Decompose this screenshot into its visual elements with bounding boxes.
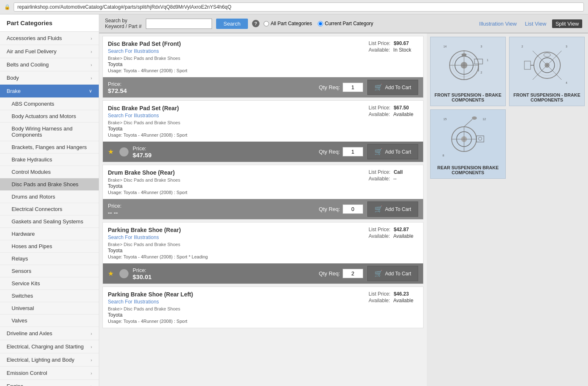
- price-label: Price:: [133, 267, 315, 273]
- svg-text:2: 2: [481, 71, 482, 74]
- part-illustrations-link[interactable]: Search For Illustrations: [108, 113, 159, 118]
- cart-icon: 🛒: [374, 148, 383, 156]
- add-to-cart-button[interactable]: 🛒 Add To Cart: [367, 80, 418, 95]
- part-brand: Toyota: [108, 62, 364, 67]
- sidebar-sub-electrical-conn[interactable]: Electrical Connectors: [0, 203, 99, 215]
- qty-input[interactable]: [343, 147, 363, 156]
- sidebar-sub-body-actuators[interactable]: Body Actuators and Motors: [0, 110, 99, 123]
- search-input[interactable]: [146, 19, 212, 29]
- part-card-bottom: ★ Price: $30.01 Qty Req: 🛒 Add To Ca: [103, 263, 423, 284]
- illustration-image: 15 12 8: [439, 113, 497, 163]
- part-breadcrumb: Brake> Disc Pads and Brake Shoes: [108, 306, 364, 311]
- search-label-2: Keyword / Part #: [105, 24, 142, 29]
- sidebar-item-electrical-charging[interactable]: Electrical, Charging and Starting ›: [0, 340, 99, 353]
- sidebar-item-emission[interactable]: Emission Control ›: [0, 367, 99, 380]
- list-price-label: List Price:: [369, 291, 390, 297]
- part-card: Disc Brake Pad Set (Front) Search For Il…: [102, 36, 424, 98]
- sidebar-item-accessories[interactable]: Accessories and Fluids ›: [0, 32, 99, 45]
- sidebar-sub-disc-pads[interactable]: Disc Pads and Brake Shoes: [0, 178, 99, 191]
- add-to-cart-button[interactable]: 🛒 Add To Cart: [367, 201, 418, 217]
- add-to-cart-button[interactable]: 🛒 Add To Cart: [367, 266, 418, 281]
- illustration-card[interactable]: 15 12 8 REAR SUSPENSION BRAKE COMPONENTS: [430, 109, 506, 179]
- split-view-button[interactable]: Split View: [552, 19, 582, 28]
- sidebar-sub-sensors[interactable]: Sensors: [0, 265, 99, 277]
- list-price-value: $42.87: [394, 227, 409, 232]
- chevron-icon: ›: [90, 36, 92, 41]
- part-brand: Toyota: [108, 248, 364, 253]
- chevron-icon: ›: [90, 371, 92, 376]
- chevron-icon: ›: [90, 384, 92, 386]
- list-view-button[interactable]: List View: [522, 19, 549, 28]
- svg-text:3: 3: [481, 45, 482, 48]
- radio-current-category[interactable]: [318, 21, 323, 26]
- cart-icon: 🛒: [374, 270, 383, 277]
- sidebar-item-air-fuel[interactable]: Air and Fuel Delivery ›: [0, 45, 99, 58]
- part-card: Parking Brake Shoe (Rear Left) Search Fo…: [102, 287, 424, 328]
- search-button[interactable]: Search: [216, 19, 248, 29]
- sidebar-sub-service-kits[interactable]: Service Kits: [0, 277, 99, 290]
- sidebar-sub-abs[interactable]: ABS Components: [0, 98, 99, 110]
- list-price-label: List Price:: [369, 105, 390, 111]
- sidebar-sub-hardware[interactable]: Hardware: [0, 228, 99, 240]
- radio-current-label[interactable]: Current Part Category: [318, 21, 373, 26]
- list-price-label: List Price:: [369, 40, 390, 46]
- illustration-image: 14 3 2 1: [439, 40, 497, 90]
- sidebar-sub-brackets[interactable]: Brackets, Flanges and Hangers: [0, 141, 99, 154]
- part-illustrations-link[interactable]: Search For Illustrations: [108, 48, 159, 54]
- price-main: -- --: [108, 209, 315, 216]
- illustration-card[interactable]: 2 3 4 FRONT SUSPENSION - BRAKE COMPONENT…: [509, 37, 585, 106]
- sidebar-sub-switches[interactable]: Switches: [0, 290, 99, 302]
- sidebar-item-body[interactable]: Body ›: [0, 71, 99, 85]
- sidebar-sub-body-wiring[interactable]: Body Wiring Harness and Components: [0, 123, 99, 141]
- sidebar-item-brake[interactable]: Brake ∨: [0, 85, 99, 98]
- available-label: Available:: [369, 233, 390, 239]
- sidebar-sub-universal[interactable]: Universal: [0, 302, 99, 315]
- lock-icon: 🔒: [4, 4, 10, 10]
- illustration-card[interactable]: 14 3 2 1 FRONT SUSPENSION - BRAKE COMPON…: [430, 37, 506, 106]
- url-bar[interactable]: repairlinkshop.com/AutomotiveCatalog/Cat…: [14, 2, 584, 12]
- help-icon[interactable]: ?: [252, 20, 259, 27]
- qty-input[interactable]: [343, 204, 363, 214]
- available-value: Available: [393, 111, 413, 117]
- part-illustrations-link[interactable]: Search For Illustrations: [108, 234, 159, 240]
- list-price-value: Call: [394, 169, 403, 175]
- svg-text:3: 3: [566, 45, 567, 48]
- sidebar-sub-relays[interactable]: Relays: [0, 253, 99, 265]
- radio-all-categories[interactable]: [264, 21, 269, 26]
- split-view: Disc Brake Pad Set (Front) Search For Il…: [99, 33, 588, 386]
- list-price-label: List Price:: [369, 227, 390, 232]
- part-usage: Usage: Toyota - 4Runner (2008) : Sport *…: [108, 254, 364, 259]
- svg-rect-30: [476, 136, 484, 142]
- list-price-value: $67.50: [394, 105, 409, 111]
- part-usage: Usage: Toyota - 4Runner (2008) : Sport: [108, 133, 364, 137]
- sidebar-sub-drums[interactable]: Drums and Rotors: [0, 191, 99, 203]
- sidebar-item-belts[interactable]: Belts and Cooling ›: [0, 58, 99, 71]
- brand-logo: [119, 269, 129, 278]
- sidebar-sub-brake-hydraulics[interactable]: Brake Hydraulics: [0, 154, 99, 166]
- qty-input[interactable]: [343, 83, 363, 92]
- add-to-cart-button[interactable]: 🛒 Add To Cart: [367, 144, 418, 159]
- price-label: Price:: [108, 203, 315, 209]
- qty-label: Qty Req:: [319, 270, 340, 277]
- radio-all-label[interactable]: All Part Categories: [264, 21, 312, 26]
- part-usage: Usage: Toyota - 4Runner (2008) : Sport: [108, 68, 364, 73]
- sidebar-sub-control-modules[interactable]: Control Modules: [0, 166, 99, 178]
- sidebar-item-electrical-lighting[interactable]: Electrical, Lighting and Body ›: [0, 353, 99, 367]
- qty-input[interactable]: [343, 269, 363, 278]
- chevron-icon: ›: [90, 62, 92, 67]
- sidebar-item-driveline[interactable]: Driveline and Axles ›: [0, 327, 99, 340]
- available-value: Available: [393, 298, 413, 303]
- svg-text:2: 2: [521, 45, 523, 48]
- illustration-view-button[interactable]: Illustration View: [477, 19, 519, 28]
- sidebar-sub-valves[interactable]: Valves: [0, 315, 99, 327]
- svg-rect-18: [524, 61, 531, 69]
- sidebar-sub-hoses[interactable]: Hoses and Pipes: [0, 240, 99, 253]
- sidebar-item-engine[interactable]: Engine ›: [0, 380, 99, 386]
- sidebar-sub-gaskets[interactable]: Gaskets and Sealing Systems: [0, 215, 99, 228]
- qty-label: Qty Req:: [319, 84, 340, 90]
- part-illustrations-link[interactable]: Search For Illustrations: [108, 299, 159, 305]
- available-value: --: [393, 176, 397, 182]
- part-breadcrumb: Brake> Disc Pads and Brake Shoes: [108, 178, 364, 182]
- chevron-icon: ›: [90, 49, 92, 54]
- svg-text:4: 4: [566, 81, 567, 84]
